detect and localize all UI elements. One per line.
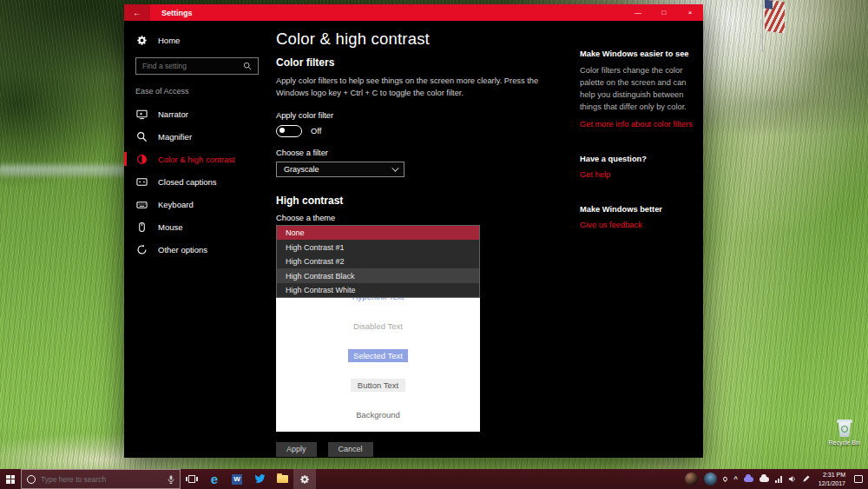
taskbar-search-input[interactable] bbox=[41, 475, 162, 484]
close-button[interactable]: × bbox=[677, 4, 703, 21]
other-options-icon bbox=[135, 243, 148, 255]
flag-pole bbox=[761, 0, 763, 52]
color-filters-description: Apply color filters to help see things o… bbox=[276, 76, 564, 100]
gear-icon bbox=[135, 34, 148, 46]
sidebar-section-label: Ease of Access bbox=[124, 87, 269, 96]
easier-to-see-heading: Make Windows easier to see bbox=[580, 50, 693, 58]
back-icon: ← bbox=[133, 8, 141, 17]
pen-icon[interactable] bbox=[802, 475, 810, 483]
word-icon: W bbox=[232, 474, 242, 485]
cancel-button[interactable]: Cancel bbox=[328, 442, 373, 457]
microphone-icon[interactable] bbox=[168, 475, 174, 484]
network-icon[interactable] bbox=[775, 476, 782, 483]
task-view-button[interactable] bbox=[181, 469, 203, 489]
preview-background-text: Background bbox=[276, 400, 480, 430]
twitter-icon bbox=[254, 474, 266, 484]
narrator-icon bbox=[135, 108, 148, 120]
theme-dropdown-list: None High Contrast #1 High Contrast #2 H… bbox=[276, 225, 480, 299]
toggle-knob bbox=[279, 128, 285, 133]
sidebar-item-mouse[interactable]: Mouse bbox=[124, 215, 269, 238]
sidebar-item-magnifier[interactable]: Magnifier bbox=[124, 125, 269, 148]
volume-icon[interactable] bbox=[788, 475, 796, 483]
people-avatar[interactable] bbox=[704, 472, 717, 486]
taskbar-clock[interactable]: 2:31 PM 12/1/2017 bbox=[816, 471, 848, 487]
windows-logo-icon bbox=[6, 475, 15, 484]
file-explorer-taskbar-button[interactable] bbox=[271, 469, 293, 489]
cloud-icon[interactable] bbox=[760, 477, 769, 482]
system-tray: ^ 2:31 PM 12/1/2017 bbox=[685, 469, 868, 489]
sidebar: Home Ease of Access Narrator bbox=[124, 21, 269, 458]
have-question-heading: Have a question? bbox=[580, 155, 693, 163]
back-button[interactable]: ← bbox=[124, 4, 150, 21]
twitter-taskbar-button[interactable] bbox=[248, 469, 271, 489]
color-filter-toggle[interactable] bbox=[276, 125, 302, 137]
search-input[interactable] bbox=[142, 62, 243, 70]
settings-window: ← Settings — □ × Home bbox=[124, 4, 703, 458]
magnifier-icon bbox=[135, 130, 148, 142]
maximize-button[interactable]: □ bbox=[651, 4, 677, 21]
clock-date: 12/1/2017 bbox=[819, 479, 845, 487]
onedrive-icon[interactable] bbox=[744, 477, 753, 482]
find-setting-searchbox[interactable] bbox=[135, 57, 259, 75]
sidebar-item-label: Closed captions bbox=[158, 177, 217, 187]
titlebar: ← Settings — □ × bbox=[124, 4, 703, 21]
chevron-up-icon[interactable]: ^ bbox=[733, 475, 738, 483]
easier-to-see-text: Color filters change the color palette o… bbox=[580, 65, 693, 114]
filter-select-value: Grayscale bbox=[284, 165, 319, 174]
sidebar-item-label: Keyboard bbox=[158, 200, 194, 209]
edge-taskbar-button[interactable]: e bbox=[203, 469, 226, 489]
theme-option-none[interactable]: None bbox=[277, 226, 479, 241]
sidebar-home-label: Home bbox=[158, 36, 180, 45]
preview-disabled-text: Disabled Text bbox=[276, 312, 480, 341]
screen: Recycle Bin ← Settings — □ × Home bbox=[0, 0, 868, 489]
apply-color-filter-label: Apply color filter bbox=[276, 111, 573, 120]
sidebar-item-keyboard[interactable]: Keyboard bbox=[124, 193, 269, 215]
preview-button-text: Button Text bbox=[351, 379, 405, 392]
make-windows-better-heading: Make Windows better bbox=[580, 205, 693, 214]
start-button[interactable] bbox=[0, 469, 21, 489]
settings-taskbar-button[interactable] bbox=[293, 469, 316, 489]
taskbar-search-box[interactable] bbox=[21, 469, 181, 489]
window-controls: — □ × bbox=[625, 4, 703, 21]
sidebar-item-closed-captions[interactable]: Closed captions bbox=[124, 170, 269, 193]
sidebar-item-label: Narrator bbox=[158, 109, 188, 119]
people-avatar[interactable] bbox=[685, 472, 698, 486]
sidebar-item-home[interactable]: Home bbox=[124, 29, 269, 51]
flag-canton bbox=[765, 0, 773, 10]
theme-option-high-contrast-1[interactable]: High Contrast #1 bbox=[277, 240, 479, 254]
color-filters-info-link[interactable]: Get more info about color filters bbox=[580, 120, 693, 129]
choose-theme-label: Choose a theme bbox=[276, 214, 573, 222]
give-feedback-link[interactable]: Give us feedback bbox=[580, 221, 693, 229]
theme-option-high-contrast-white[interactable]: High Contrast White bbox=[277, 283, 479, 298]
sidebar-item-label: Mouse bbox=[158, 222, 183, 232]
keyboard-icon bbox=[135, 198, 148, 210]
mouse-icon bbox=[135, 221, 148, 233]
toggle-state-label: Off bbox=[311, 127, 321, 135]
recycle-bin-label: Recycle Bin bbox=[825, 439, 865, 446]
theme-option-high-contrast-2[interactable]: High Contrast #2 bbox=[277, 254, 479, 269]
choose-filter-label: Choose a filter bbox=[276, 149, 573, 157]
sidebar-item-label: Color & high contrast bbox=[158, 155, 235, 164]
task-view-icon bbox=[187, 475, 197, 484]
theme-option-high-contrast-black[interactable]: High Contrast Black bbox=[277, 268, 479, 283]
sidebar-item-other-options[interactable]: Other options bbox=[124, 238, 269, 261]
sidebar-item-label: Other options bbox=[158, 245, 207, 254]
apply-button[interactable]: Apply bbox=[276, 442, 317, 457]
word-taskbar-button[interactable]: W bbox=[226, 469, 248, 489]
recycle-bin-desktop-icon[interactable]: Recycle Bin bbox=[825, 418, 865, 446]
filter-select[interactable]: Grayscale bbox=[276, 162, 404, 177]
sidebar-item-narrator[interactable]: Narrator bbox=[124, 102, 269, 125]
high-contrast-heading: High contrast bbox=[276, 195, 573, 207]
minimize-icon: — bbox=[635, 9, 641, 17]
location-icon[interactable] bbox=[722, 476, 728, 482]
sidebar-item-label: Magnifier bbox=[158, 132, 192, 142]
distant-fence bbox=[0, 162, 124, 179]
action-center-icon[interactable] bbox=[854, 475, 863, 483]
minimize-button[interactable]: — bbox=[625, 4, 651, 21]
help-column: Make Windows easier to see Color filters… bbox=[573, 21, 703, 458]
get-help-link[interactable]: Get help bbox=[580, 170, 693, 179]
american-flag bbox=[765, 0, 785, 34]
cortana-icon bbox=[27, 475, 36, 484]
sidebar-item-color-high-contrast[interactable]: Color & high contrast bbox=[124, 148, 269, 170]
chevron-down-icon bbox=[391, 164, 398, 171]
